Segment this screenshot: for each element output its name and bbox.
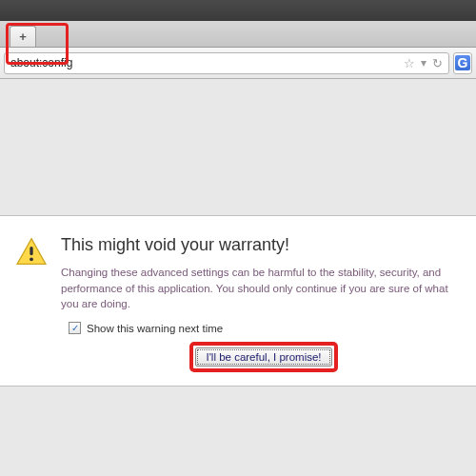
warning-triangle-icon: [15, 237, 48, 266]
reload-icon[interactable]: ↻: [432, 56, 443, 70]
search-engine-button[interactable]: G: [453, 52, 472, 74]
warning-heading: This might void your warranty!: [61, 235, 466, 255]
window-titlebar: [0, 0, 476, 21]
dropdown-icon[interactable]: ▾: [421, 56, 426, 69]
plus-icon: +: [19, 30, 27, 44]
accept-risk-button[interactable]: I'll be careful, I promise!: [195, 347, 331, 367]
bookmark-star-icon[interactable]: ☆: [404, 56, 415, 70]
checkbox-label: Show this warning next time: [87, 323, 223, 334]
content-area: This might void your warranty! Changing …: [0, 79, 476, 476]
url-text: about:config: [10, 56, 404, 69]
svg-point-2: [30, 257, 33, 261]
show-warning-checkbox-row[interactable]: ✓ Show this warning next time: [69, 322, 466, 334]
google-icon: G: [455, 55, 470, 70]
svg-rect-1: [30, 247, 32, 255]
url-bar[interactable]: about:config ☆ ▾ ↻: [4, 52, 449, 74]
warranty-warning-panel: This might void your warranty! Changing …: [0, 215, 476, 387]
url-bar-actions: ☆ ▾ ↻: [404, 56, 443, 70]
new-tab-button[interactable]: +: [10, 26, 36, 47]
checkbox-icon: ✓: [69, 322, 81, 334]
warning-body: Changing these advanced settings can be …: [61, 265, 466, 312]
tab-strip: +: [0, 21, 476, 48]
navigation-toolbar: about:config ☆ ▾ ↻ G: [0, 48, 476, 79]
